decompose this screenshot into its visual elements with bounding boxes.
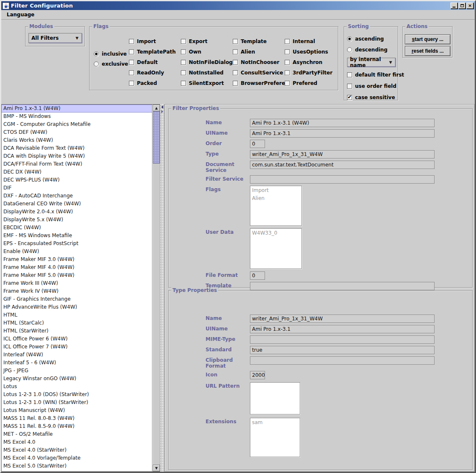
list-item[interactable]: DEC DX (W4W) xyxy=(2,168,152,176)
list-item[interactable]: EPS - Encapsulated PostScript xyxy=(2,240,152,248)
checkbox-internal[interactable]: Internal xyxy=(285,38,337,44)
splitpane-divider[interactable] xyxy=(160,104,165,472)
list-item[interactable]: HTML (StarCalc) xyxy=(2,319,152,327)
list-item[interactable]: CTOS DEF (W4W) xyxy=(2,128,152,136)
checkbox-usesoptions[interactable]: UsesOptions xyxy=(285,49,337,55)
list-item[interactable]: MET - OS/2 Metafile xyxy=(2,430,152,438)
start-query-button[interactable]: start query ... xyxy=(405,34,450,44)
list-item[interactable]: MS Excel 4.0 (StarWriter) xyxy=(2,446,152,454)
scrollbar-thumb[interactable] xyxy=(153,111,160,164)
list-item[interactable]: MASS 11 Rel. 8.0-8.3 (W4W) xyxy=(2,414,152,422)
list-item[interactable]: Lotus 1-2-3 1.0 (WIN) (StarWriter) xyxy=(2,399,152,407)
document-service-field[interactable]: com.sun.star.text.TextDocument xyxy=(250,161,435,169)
checkbox-readonly[interactable]: ReadOnly xyxy=(129,70,181,76)
list-item[interactable]: EBCDIC (W4W) xyxy=(2,224,152,232)
type-field[interactable]: writer_Ami_Pro_1x_31_W4W xyxy=(250,150,435,159)
radio-inclusive[interactable]: inclusive xyxy=(94,51,128,57)
list-item[interactable]: Frame Work IV (W4W) xyxy=(2,287,152,295)
list-item[interactable]: DisplayWrite 2.0-4.x (W4W) xyxy=(2,208,152,216)
checkbox-own[interactable]: Own xyxy=(181,49,233,55)
checkbox-notinfiledialog[interactable]: NotInFileDialog xyxy=(181,59,233,65)
checkbox-silentexport[interactable]: SilentExport xyxy=(181,80,233,86)
list-item[interactable]: Frame Work III (W4W) xyxy=(2,279,152,287)
radio-ascending[interactable]: ascending xyxy=(347,36,404,42)
checkbox-notinstalled[interactable]: NotInstalled xyxy=(181,70,233,76)
list-item[interactable]: Enable (W4W) xyxy=(2,248,152,256)
user-data-listbox[interactable]: W4W33_0 xyxy=(250,228,302,269)
list-item[interactable]: HTML xyxy=(2,311,152,319)
name-field[interactable]: writer_Ami_Pro_1x_31_W4W xyxy=(250,314,435,323)
flags-listbox[interactable]: ImportAlien xyxy=(250,186,302,226)
list-item[interactable]: Lotus xyxy=(2,383,152,391)
list-item[interactable]: Legacy Winstar onGO (W4W) xyxy=(2,375,152,383)
checkbox-3rdpartyfilter[interactable]: 3rdPartyFilter xyxy=(285,70,337,76)
clipboard-format-field[interactable] xyxy=(250,356,435,365)
modules-combobox[interactable]: All Filters ▼ xyxy=(28,33,82,43)
list-item[interactable]: Ami Pro 1.x-3.1 (W4W) xyxy=(2,105,152,112)
list-item[interactable]: DEC WPS-PLUS (W4W) xyxy=(2,176,152,184)
scroll-up-icon[interactable]: ▲ xyxy=(153,105,160,111)
checkbox-import[interactable]: Import xyxy=(129,38,181,44)
list-item[interactable]: Frame Maker MIF 4.0 (W4W) xyxy=(2,263,152,271)
extensions-listbox[interactable]: sam xyxy=(250,418,300,457)
checkbox-packed[interactable]: Packed xyxy=(129,80,181,86)
maximize-button[interactable] xyxy=(458,3,466,9)
list-item[interactable]: DCA/FFT-Final Form Text (W4W) xyxy=(2,160,152,168)
checkbox-asynchron[interactable]: Asynchron xyxy=(285,59,337,65)
list-item[interactable]: MS Excel 4.0 Vorlage/Template xyxy=(2,454,152,462)
chevron-down-icon[interactable]: ▼ xyxy=(72,33,82,43)
collapse-left-icon[interactable] xyxy=(161,105,163,109)
list-item[interactable]: EMF - MS Windows Metafile xyxy=(2,232,152,240)
list-item[interactable]: MS Excel 4.0 xyxy=(2,438,152,446)
scroll-down-icon[interactable]: ▼ xyxy=(153,465,160,471)
list-scrollbar[interactable]: ▲ ▼ xyxy=(152,105,160,471)
checkbox-export[interactable]: Export xyxy=(181,38,233,44)
radio-exclusive[interactable]: exclusive xyxy=(94,61,128,67)
checkbox-template[interactable]: Template xyxy=(233,38,285,44)
menu-language[interactable]: Language xyxy=(5,11,36,18)
list-item[interactable]: DCA Revisable Form Text (W4W) xyxy=(2,144,152,152)
checkbox-templatepath[interactable]: TemplatePath xyxy=(129,49,181,55)
list-item[interactable]: MS Excel 5.0 (StarWriter) xyxy=(2,462,152,470)
reset-fields-button[interactable]: reset fields ... xyxy=(405,46,450,56)
standard-field[interactable]: true xyxy=(250,346,435,354)
file-format-field[interactable]: 0 xyxy=(250,271,265,280)
radio-descending[interactable]: descending xyxy=(347,47,404,53)
url-pattern-listbox[interactable] xyxy=(250,382,300,414)
minimize-button[interactable] xyxy=(450,3,458,9)
checkbox-prefered[interactable]: Prefered xyxy=(285,80,337,86)
titlebar[interactable]: Filter Configuration × xyxy=(1,1,475,10)
list-item[interactable]: Frame Maker MIF 3.0 (W4W) xyxy=(2,256,152,263)
list-item[interactable]: HTML (StarWriter) xyxy=(2,327,152,335)
list-item[interactable]: Interleaf (W4W) xyxy=(2,351,152,359)
checkbox-use-order-field[interactable]: use order field xyxy=(347,83,404,89)
checkbox-default-filter-first[interactable]: default filter first xyxy=(347,72,404,78)
checkbox-alien[interactable]: Alien xyxy=(233,49,285,55)
list-item[interactable]: BMP - MS Windows xyxy=(2,112,152,120)
list-item[interactable]: DCA with Display Write 5 (W4W) xyxy=(2,152,152,160)
list-item[interactable]: MASS 11 Rel. 8.5-9.0 (W4W) xyxy=(2,422,152,430)
filter-service-field[interactable] xyxy=(250,175,435,184)
mime-type-field[interactable] xyxy=(250,335,435,344)
list-item[interactable]: GIF - Graphics Interchange xyxy=(2,295,152,303)
list-item[interactable]: JPG - JPEG xyxy=(2,367,152,375)
sort-by-combobox[interactable]: by internal name ▼ xyxy=(347,58,396,67)
list-item[interactable]: Frame Maker MIF 5.0 (W4W) xyxy=(2,271,152,279)
checkbox-default[interactable]: Default xyxy=(129,59,181,65)
checkbox-consultservice[interactable]: ConsultService xyxy=(233,70,285,76)
list-item[interactable]: Claris Works (W4W) xyxy=(2,136,152,144)
icon-field[interactable]: 2000 xyxy=(250,371,265,379)
checkbox-notinchooser[interactable]: NotInChooser xyxy=(233,59,285,65)
order-field[interactable]: 0 xyxy=(250,140,265,148)
checkbox-case-sensitive[interactable]: case sensitive xyxy=(347,95,404,100)
checkbox-browserprefered[interactable]: BrowserPrefered xyxy=(233,80,285,86)
name-field[interactable]: Ami Pro 1.x-3.1 (W4W) xyxy=(250,119,435,127)
filter-list[interactable]: Ami Pro 1.x-3.1 (W4W)BMP - MS WindowsCGM… xyxy=(2,105,152,471)
list-item[interactable]: Lotus 1-2-3 1.0 (DOS) (StarWriter) xyxy=(2,391,152,399)
uiname-field[interactable]: Ami Pro 1.x-3.1 xyxy=(250,325,435,333)
list-item[interactable]: CGM - Computer Graphics Metafile xyxy=(2,120,152,128)
chevron-down-icon[interactable]: ▼ xyxy=(386,58,395,66)
list-item[interactable]: ICL Office Power 7 (W4W) xyxy=(2,343,152,351)
list-item[interactable]: DXF - AutoCAD Interchange xyxy=(2,192,152,200)
list-item[interactable]: Lotus Manuscript (W4W) xyxy=(2,407,152,414)
